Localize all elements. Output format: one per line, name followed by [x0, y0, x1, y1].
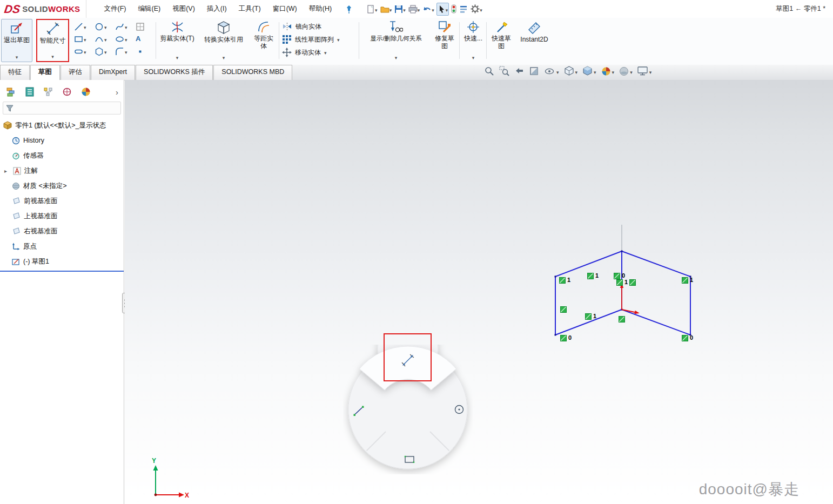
undo-button[interactable]	[422, 3, 435, 15]
apply-scene-button[interactable]	[619, 66, 633, 76]
point-icon	[136, 47, 145, 56]
save-button[interactable]	[394, 3, 406, 15]
tab-evaluate[interactable]: 评估	[61, 65, 90, 80]
text-tool-button[interactable]: A	[136, 33, 155, 44]
fillet-tool-button[interactable]	[115, 46, 135, 57]
dimxpert-manager-icon[interactable]	[62, 87, 72, 97]
display-delete-relations-button[interactable]: 显示/删除几何关系	[362, 19, 430, 62]
print-button[interactable]	[408, 3, 421, 15]
rebuild-button[interactable]	[451, 3, 457, 15]
slot-tool-button[interactable]	[74, 46, 93, 57]
exit-sketch-button[interactable]: 退出草图	[1, 19, 32, 62]
tab-sketch[interactable]: 草图	[30, 65, 60, 80]
zoom-area-button[interactable]	[499, 66, 509, 76]
menu-window[interactable]: 窗口(W)	[267, 0, 303, 18]
zoom-fit-button[interactable]	[484, 66, 494, 76]
tree-item-label: (-) 草图1	[23, 257, 49, 266]
rectangle-gesture-icon[interactable]	[402, 452, 416, 466]
rollback-bar[interactable]	[0, 271, 124, 272]
repair-sketch-button[interactable]: 修复草图	[432, 19, 457, 62]
instant2d-button[interactable]: Instant2D	[516, 19, 552, 62]
options-gear-button[interactable]	[470, 3, 483, 15]
mirror-entities-button[interactable]: 镜向实体	[282, 22, 358, 31]
tree-item-right-plane[interactable]: 右视基准面	[0, 224, 124, 239]
feature-manager-icon[interactable]	[6, 87, 16, 97]
expand-arrow-icon[interactable]	[4, 168, 10, 174]
arc-tool-button[interactable]	[95, 33, 114, 44]
line-tool-button[interactable]	[74, 21, 93, 32]
ellipse-tool-button[interactable]	[115, 33, 135, 44]
menu-insert[interactable]: 插入(I)	[201, 0, 233, 18]
rectangle-tool-button[interactable]	[74, 33, 93, 44]
display-relations-flyout[interactable]	[395, 53, 398, 62]
linear-pattern-button[interactable]: 线性草图阵列	[282, 35, 358, 44]
tab-addins[interactable]: SOLIDWORKS 插件	[136, 65, 213, 80]
tree-item-material[interactable]: 材质 <未指定>	[0, 178, 124, 193]
trim-entities-flyout[interactable]	[176, 53, 179, 62]
menu-tools[interactable]: 工具(T)	[233, 0, 267, 18]
tree-item-label: 零件1 (默认<<默认>_显示状态	[15, 121, 106, 130]
spline-tool-button[interactable]	[115, 21, 135, 32]
main-menu: 文件(F) 编辑(E) 视图(V) 插入(I) 工具(T) 窗口(W) 帮助(H…	[98, 0, 338, 18]
exit-sketch-flyout[interactable]	[16, 53, 18, 62]
open-button[interactable]	[380, 3, 393, 15]
tree-item-origin[interactable]: 原点	[0, 239, 124, 254]
configuration-manager-icon[interactable]	[43, 87, 53, 97]
circle-gesture-icon[interactable]	[452, 402, 466, 416]
previous-view-button[interactable]	[514, 66, 525, 76]
tree-item-sketch1[interactable]: (-) 草图1	[0, 254, 124, 269]
smart-dimension-flyout[interactable]	[51, 52, 54, 61]
convert-entities-button[interactable]: 转换实体引用	[199, 19, 248, 62]
select-tool-button[interactable]	[436, 3, 449, 16]
trim-entities-button[interactable]: 剪裁实体(T)	[158, 19, 197, 62]
tree-filter-bar[interactable]	[3, 102, 121, 115]
tree-item-front-plane[interactable]: 前视基准面	[0, 193, 124, 209]
tree-item-history[interactable]: History	[0, 133, 124, 148]
line-gesture-icon[interactable]	[352, 404, 366, 418]
view-settings-button[interactable]	[637, 66, 652, 76]
tree-item-top-plane[interactable]: 上视基准面	[0, 209, 124, 224]
tab-mbd[interactable]: SOLIDWORKS MBD	[213, 65, 292, 80]
text-tool-icon: A	[136, 35, 140, 43]
hide-show-items-button[interactable]	[545, 66, 559, 76]
menu-view[interactable]: 视图(V)	[166, 0, 201, 18]
tab-features[interactable]: 特征	[0, 65, 30, 80]
tree-item-annotations[interactable]: 注解	[0, 163, 124, 178]
sensor-icon	[12, 152, 20, 160]
file-properties-button[interactable]	[459, 4, 468, 15]
display-manager-icon[interactable]	[81, 87, 91, 97]
view-orientation-button[interactable]	[564, 66, 578, 76]
move-entities-button[interactable]: 移动实体	[282, 48, 358, 57]
new-document-button[interactable]	[366, 3, 378, 15]
point-tool-button[interactable]	[136, 46, 155, 57]
triad-y-label: Y	[152, 457, 156, 465]
edit-appearance-button[interactable]	[601, 66, 615, 76]
menu-help[interactable]: 帮助(H)	[303, 0, 338, 18]
pin-menu-icon[interactable]	[345, 5, 353, 14]
quick-snaps-button[interactable]: 快速...	[461, 19, 485, 62]
section-view-button[interactable]	[529, 66, 540, 76]
circle-tool-button[interactable]	[95, 21, 114, 32]
viewport-canvas[interactable]: 11011100	[125, 80, 833, 504]
panel-expand-chevron-icon[interactable]: ›	[116, 88, 118, 97]
rapid-sketch-button[interactable]: 快速草图	[488, 19, 514, 62]
tree-item-part[interactable]: 零件1 (默认<<默认>_显示状态	[0, 118, 124, 133]
display-style-button[interactable]	[582, 66, 596, 76]
convert-entities-flyout[interactable]	[223, 53, 225, 62]
sketch-icon	[12, 258, 20, 266]
rapid-sketch-label-1: 快速草	[492, 35, 511, 42]
spline-icon	[115, 22, 124, 31]
polygon-tool-button[interactable]	[95, 46, 114, 57]
offset-entities-button[interactable]: 等距实体	[251, 19, 277, 62]
offset-entities-icon	[257, 21, 270, 33]
convert-entities-icon	[217, 21, 231, 35]
sketch-plane-button[interactable]	[136, 21, 155, 32]
menu-edit[interactable]: 编辑(E)	[132, 0, 167, 18]
menu-file[interactable]: 文件(F)	[98, 0, 132, 18]
tree-item-sensors[interactable]: 传感器	[0, 148, 124, 163]
smart-dimension-button[interactable]: 智能尺寸	[36, 19, 69, 62]
tab-dimxpert[interactable]: DimXpert	[91, 65, 135, 80]
property-manager-icon[interactable]	[25, 87, 34, 97]
quick-snaps-flyout[interactable]	[472, 53, 475, 62]
exit-sketch-icon	[10, 21, 24, 35]
